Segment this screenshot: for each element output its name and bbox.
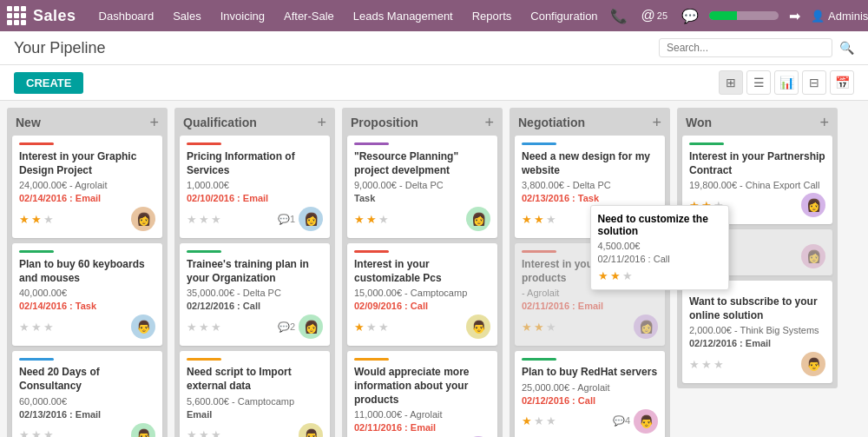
table-row[interactable]: Want to subscribe to your online solutio… bbox=[682, 281, 832, 383]
card-date: 02/13/2016 : Email bbox=[19, 409, 155, 420]
card-stars[interactable]: ★★★ bbox=[522, 213, 556, 226]
pivot-view-button[interactable]: ⊟ bbox=[802, 70, 826, 95]
card-color-bar bbox=[354, 250, 389, 253]
card-amount: 40,000.00€ bbox=[19, 288, 155, 298]
card-avatar: 👩 bbox=[801, 193, 825, 217]
chart-view-button[interactable]: 📊 bbox=[774, 70, 799, 95]
card-stars[interactable]: ★★★ bbox=[187, 428, 221, 437]
card-amount: 9,000.00€ - Delta PC bbox=[354, 180, 490, 190]
card-date: Email bbox=[187, 409, 323, 420]
col-title-won: Won bbox=[686, 116, 712, 129]
card-color-bar bbox=[354, 358, 389, 361]
card-color-bar bbox=[522, 250, 556, 253]
col-add-won[interactable]: + bbox=[819, 115, 829, 130]
col-add-qualification[interactable]: + bbox=[317, 115, 326, 130]
card-stars[interactable]: ★★★ bbox=[522, 321, 556, 334]
card-stars[interactable]: ★★★ bbox=[19, 213, 54, 226]
kanban-view-button[interactable]: ⊞ bbox=[719, 70, 743, 95]
user-menu[interactable]: 👤 Administrator ▾ bbox=[811, 10, 868, 23]
card-amount: 5,600.00€ - Camptocamp bbox=[187, 396, 323, 407]
card-footer: ★★★ 💬4 👨 bbox=[522, 409, 658, 434]
card-title: Need a new design for my website bbox=[522, 150, 658, 177]
col-title-qualification: Qualification bbox=[183, 116, 257, 129]
card-date: 02/13/2016 : Task bbox=[522, 193, 658, 203]
card-stars[interactable]: ★★★ bbox=[19, 428, 54, 437]
kanban-col-new: New + Interest in your Graphic Design Pr… bbox=[7, 108, 168, 437]
card-amount: 3,800.00€ - Delta PC bbox=[522, 180, 658, 190]
nav-sales[interactable]: Sales bbox=[164, 0, 210, 31]
nav-right-area: 📞 @25 💬 ➡ 👤 Administrator ▾ bbox=[607, 8, 868, 24]
card-title: Need 20 Days of Consultancy bbox=[19, 366, 155, 393]
card-title: Trainee's training plan in your Organiza… bbox=[187, 258, 323, 285]
chat-icon[interactable]: 💬 bbox=[678, 8, 702, 24]
col-add-proposition[interactable]: + bbox=[484, 115, 494, 130]
list-view-button[interactable]: ☰ bbox=[746, 70, 771, 95]
table-row[interactable]: Would appreciate more information about … bbox=[347, 351, 497, 437]
at-icon[interactable]: @25 bbox=[638, 8, 672, 23]
nav-leads-management[interactable]: Leads Management bbox=[345, 0, 462, 31]
table-row[interactable]: Trainee's training plan in your Organiza… bbox=[180, 243, 330, 346]
card-avatar: 👨 bbox=[131, 423, 155, 437]
card-color-bar bbox=[187, 142, 221, 145]
table-row[interactable]: Interest in your customizable Pcs 15,000… bbox=[347, 243, 497, 346]
card-avatar: 👩 bbox=[634, 315, 658, 339]
card-avatar: 👨 bbox=[634, 409, 658, 434]
card-color-bar bbox=[187, 358, 221, 361]
card-avatar: 👨 bbox=[801, 352, 825, 376]
col-add-new[interactable]: + bbox=[149, 115, 159, 130]
card-date: 02/12/2016 : Call bbox=[187, 301, 323, 311]
card-stars[interactable]: ★★★ bbox=[187, 321, 221, 334]
card-stars[interactable]: ★★★ bbox=[354, 321, 389, 334]
nav-configuration[interactable]: Configuration bbox=[522, 0, 606, 31]
card-stars[interactable]: ★★★ bbox=[187, 213, 221, 226]
card-stars[interactable]: ★★★ bbox=[354, 213, 389, 226]
table-row[interactable]: Need 20 Days of Consultancy 60,000.00€ 0… bbox=[12, 351, 162, 437]
main-nav-menu: Dashboard Sales Invoicing After-Sale Lea… bbox=[90, 0, 607, 31]
progress-bar bbox=[709, 11, 779, 20]
card-title: Would appreciate more information about … bbox=[354, 366, 490, 407]
table-row[interactable]: Interest in your Graphic Design Project … bbox=[12, 136, 162, 238]
card-stars[interactable]: ★★★ bbox=[522, 414, 556, 427]
card-stars[interactable]: ★★★ bbox=[689, 358, 724, 371]
card-amount: 11,000.00€ - Agrolait bbox=[354, 409, 490, 420]
nav-invoicing[interactable]: Invoicing bbox=[212, 0, 273, 31]
table-row[interactable]: Plan to buy RedHat servers 25,000.00€ - … bbox=[515, 351, 665, 437]
search-icon[interactable]: 🔍 bbox=[839, 41, 854, 55]
table-row[interactable]: Pricing Information of Services 1,000.00… bbox=[180, 136, 330, 238]
popup-stars[interactable]: ★★★ bbox=[598, 269, 721, 282]
progress-fill bbox=[709, 11, 737, 20]
popup-amount: 4,500.00€ bbox=[598, 241, 721, 251]
nav-after-sale[interactable]: After-Sale bbox=[275, 0, 343, 31]
card-title: Interest in your customizable Pcs bbox=[354, 258, 490, 285]
card-title: Interest in your Graphic Design Project bbox=[19, 150, 155, 177]
phone-icon[interactable]: 📞 bbox=[607, 8, 631, 24]
card-date: 02/11/2016 : Email bbox=[522, 301, 658, 311]
card-color-bar bbox=[354, 142, 389, 145]
create-button[interactable]: CREATE bbox=[14, 72, 83, 94]
kanban-col-qualification: Qualification + Pricing Information of S… bbox=[174, 108, 335, 437]
user-name: Administrator bbox=[828, 10, 868, 23]
card-avatar: 👩 bbox=[801, 244, 825, 268]
subheader: Your Pipeline 🔍 bbox=[0, 31, 868, 65]
apps-menu-icon[interactable] bbox=[7, 6, 26, 25]
search-box[interactable] bbox=[659, 38, 832, 57]
card-footer: ★★★ 👨 bbox=[354, 315, 490, 339]
col-add-negotiation[interactable]: + bbox=[652, 115, 661, 130]
card-color-bar bbox=[522, 358, 556, 361]
table-row[interactable]: Plan to buy 60 keyboards and mouses 40,0… bbox=[12, 243, 162, 346]
nav-dashboard[interactable]: Dashboard bbox=[90, 0, 163, 31]
card-amount: 24,000.00€ - Agrolait bbox=[19, 180, 155, 190]
table-row[interactable]: "Resource Planning" project develpment 9… bbox=[347, 136, 497, 238]
col-title-negotiation: Negotiation bbox=[518, 116, 585, 129]
calendar-view-button[interactable]: 📅 bbox=[830, 70, 854, 95]
table-row[interactable]: Need script to Import external data 5,60… bbox=[180, 351, 330, 437]
card-amount: 19,800.00€ - China Export Call bbox=[689, 180, 825, 190]
logout-icon[interactable]: ➡ bbox=[786, 8, 804, 24]
card-avatar: 👨 bbox=[466, 315, 490, 339]
nav-reports[interactable]: Reports bbox=[464, 0, 521, 31]
card-stars[interactable]: ★★★ bbox=[19, 321, 54, 334]
search-input[interactable] bbox=[667, 42, 814, 54]
card-amount: 2,000.00€ - Think Big Systems bbox=[689, 325, 825, 335]
card-popup: Need to customize the solution 4,500.00€… bbox=[590, 205, 729, 290]
card-footer: ★★★ 💬2 👩 bbox=[187, 315, 323, 339]
